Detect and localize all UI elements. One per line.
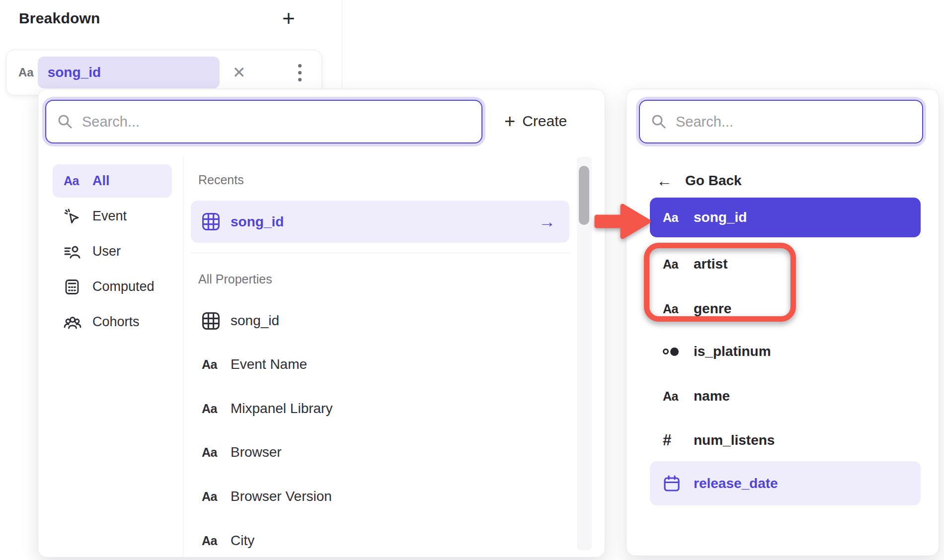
table-grid-icon <box>202 312 231 330</box>
text-type-icon: Aa <box>202 445 231 460</box>
text-type-icon: Aa <box>663 257 694 272</box>
remove-breakdown-button[interactable]: ✕ <box>233 65 246 80</box>
text-type-icon: Aa <box>202 490 231 504</box>
boolean-icon <box>663 348 694 356</box>
nested-property-song-id[interactable]: Aa song_id <box>650 198 921 237</box>
section-title-recents: Recents <box>198 173 244 187</box>
nested-search[interactable] <box>639 100 923 143</box>
breakdown-section-title: Breakdown <box>19 10 100 27</box>
search-icon <box>651 114 667 130</box>
arrow-left-icon: ← <box>656 173 672 189</box>
text-type-icon: Aa <box>663 302 694 316</box>
calendar-icon <box>663 475 694 492</box>
event-icon <box>64 208 82 225</box>
breakdown-chip-value[interactable]: song_id <box>38 57 220 88</box>
category-item-cohorts[interactable]: Cohorts <box>53 305 172 339</box>
text-type-icon: Aa <box>202 402 231 416</box>
property-item-city[interactable]: Aa City <box>191 519 569 560</box>
plus-icon: + <box>504 112 515 131</box>
text-type-icon: Aa <box>663 210 694 225</box>
property-item-browser-version[interactable]: Aa Browser Version <box>191 475 569 518</box>
kebab-icon <box>298 64 302 68</box>
property-item-event-name[interactable]: Aa Event Name <box>191 343 569 386</box>
category-item-event[interactable]: Event <box>53 200 172 233</box>
nested-property-num-listens[interactable]: # num_listens <box>650 420 921 460</box>
arrow-right-icon[interactable]: → <box>539 212 555 231</box>
table-grid-icon <box>202 212 231 231</box>
nested-property-name[interactable]: Aa name <box>650 376 921 416</box>
property-picker-panel: + Create Aa All Event <box>38 89 605 558</box>
search-input[interactable] <box>81 113 471 131</box>
section-title-all-properties: All Properties <box>198 272 272 286</box>
category-item-all[interactable]: Aa All <box>53 164 172 198</box>
recent-property-song-id[interactable]: song_id → <box>191 201 569 243</box>
property-item-song-id[interactable]: song_id <box>191 299 569 342</box>
search-input[interactable] <box>675 113 911 131</box>
category-item-computed[interactable]: Computed <box>53 270 172 303</box>
text-type-icon: Aa <box>64 174 82 188</box>
go-back-button[interactable]: ← Go Back <box>656 169 742 193</box>
nested-property-is-platinum[interactable]: is_platinum <box>650 332 921 371</box>
header-divider <box>342 0 342 89</box>
nested-property-panel: ← Go Back Aa song_id Aa artist Aa genre … <box>626 89 939 556</box>
nested-property-genre[interactable]: Aa genre <box>650 289 921 329</box>
category-item-user[interactable]: User <box>53 235 172 268</box>
property-search[interactable] <box>45 100 482 143</box>
breakdown-options-button[interactable] <box>298 62 302 83</box>
property-item-browser[interactable]: Aa Browser <box>191 431 569 474</box>
create-property-button[interactable]: + Create <box>504 107 567 135</box>
section-divider <box>191 253 569 253</box>
number-icon: # <box>663 431 694 449</box>
text-type-icon: Aa <box>202 534 231 548</box>
scrollbar[interactable] <box>577 157 592 550</box>
plus-icon: + <box>282 6 295 30</box>
screen: Breakdown + Aa song_id ✕ + Create <box>0 0 944 560</box>
nested-property-release-date[interactable]: release_date <box>650 461 921 505</box>
cohorts-icon <box>64 314 82 331</box>
category-list-divider <box>183 157 183 557</box>
nested-property-artist[interactable]: Aa artist <box>650 244 921 284</box>
text-type-icon: Aa <box>663 389 694 404</box>
scrollbar-thumb[interactable] <box>579 166 589 225</box>
search-icon <box>57 114 73 130</box>
text-type-icon: Aa <box>202 357 231 372</box>
property-item-mixpanel-library[interactable]: Aa Mixpanel Library <box>191 387 569 430</box>
computed-icon <box>64 279 82 295</box>
add-breakdown-button[interactable]: + <box>282 6 295 31</box>
user-icon <box>64 243 82 260</box>
text-type-icon: Aa <box>18 66 34 79</box>
